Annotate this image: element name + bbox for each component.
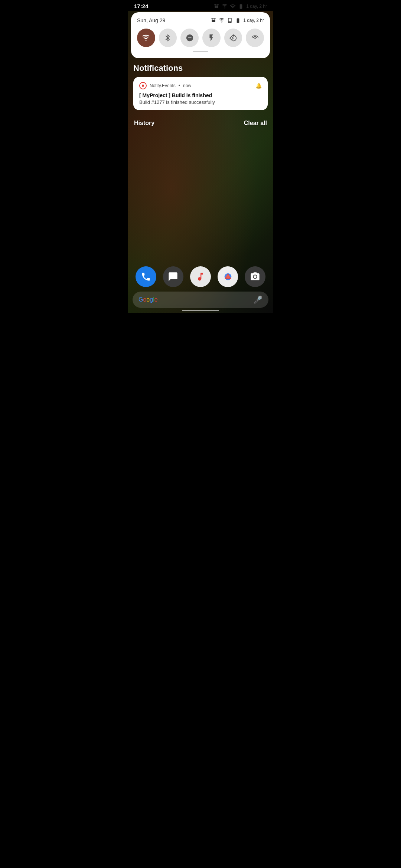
qs-drag-handle bbox=[193, 51, 208, 52]
notif-dot: • bbox=[179, 83, 180, 88]
qs-battery-text: 1 day, 2 hr bbox=[243, 18, 264, 23]
notification-card[interactable]: Notify.Events • now 🔔 [ MyProject ] Buil… bbox=[133, 77, 268, 110]
qs-status-icons-panel: 1 day, 2 hr bbox=[211, 17, 264, 23]
notif-app-name: Notify.Events bbox=[150, 83, 176, 88]
toggle-dnd[interactable] bbox=[180, 29, 199, 47]
toggle-flashlight[interactable] bbox=[202, 29, 221, 47]
history-row: History Clear all bbox=[128, 117, 273, 131]
dock-phone-icon[interactable] bbox=[136, 266, 156, 287]
dock-chrome-icon[interactable] bbox=[218, 266, 238, 287]
notif-bell-icon: 🔔 bbox=[255, 83, 262, 89]
alarm-icon bbox=[213, 3, 219, 9]
qs-wifi-icon bbox=[219, 17, 225, 23]
search-bar[interactable]: Google 🎤 bbox=[133, 292, 268, 308]
signal-icon bbox=[230, 3, 236, 9]
battery-text: 1 day, 2 hr bbox=[246, 4, 267, 9]
status-time: 17:24 bbox=[134, 3, 148, 9]
notif-time: now bbox=[183, 83, 191, 88]
home-indicator[interactable] bbox=[182, 310, 219, 311]
toggle-bluetooth[interactable] bbox=[159, 29, 177, 47]
toggle-hotspot[interactable] bbox=[246, 29, 264, 47]
notif-header: Notify.Events • now 🔔 bbox=[139, 82, 262, 89]
wifi-icon bbox=[222, 3, 228, 9]
notify-events-icon bbox=[139, 82, 147, 89]
dock-social-icon[interactable] bbox=[163, 266, 184, 287]
dock-music-icon[interactable] bbox=[190, 266, 211, 287]
qs-toggles bbox=[137, 29, 264, 47]
quick-settings-panel: Sun, Aug 29 1 day, 2 hr bbox=[131, 12, 270, 58]
history-button[interactable]: History bbox=[134, 120, 154, 126]
notif-title: [ MyProject ] Build is finished bbox=[139, 92, 262, 98]
qs-battery-icon bbox=[235, 17, 241, 23]
status-icons: 1 day, 2 hr bbox=[213, 3, 267, 9]
toggle-rotate[interactable] bbox=[224, 29, 242, 47]
dock-camera-icon[interactable] bbox=[245, 266, 265, 287]
qs-date: Sun, Aug 29 bbox=[137, 17, 165, 23]
battery-icon bbox=[238, 3, 244, 9]
qs-alarm-icon bbox=[211, 17, 216, 23]
qs-top-row: Sun, Aug 29 1 day, 2 hr bbox=[137, 17, 264, 23]
clear-all-button[interactable]: Clear all bbox=[244, 120, 267, 126]
qs-signal-icon bbox=[227, 17, 233, 23]
dock-area bbox=[128, 266, 273, 287]
notif-body: Build #1277 is finished successfully bbox=[139, 99, 262, 105]
google-logo-right: 🎤 bbox=[253, 295, 263, 304]
notifications-title: Notifications bbox=[133, 63, 268, 73]
notifications-section: Notifications Notify.Events • now 🔔 [ My… bbox=[128, 58, 273, 117]
toggle-wifi[interactable] bbox=[137, 29, 155, 47]
notify-icon-inner bbox=[142, 85, 144, 87]
google-logo-left: Google bbox=[138, 296, 158, 303]
status-bar: 17:24 1 day, 2 hr bbox=[128, 0, 273, 11]
